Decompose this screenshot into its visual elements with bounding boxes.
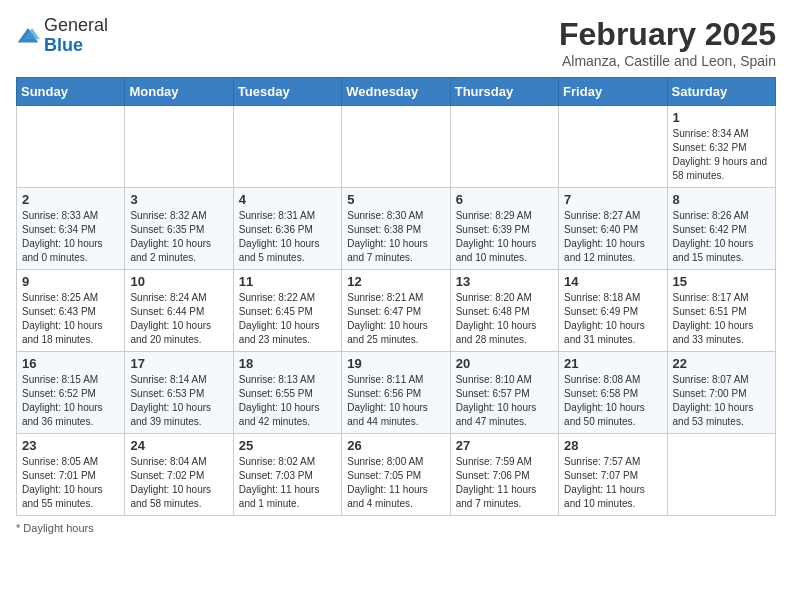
calendar-cell — [667, 434, 775, 516]
day-header-thursday: Thursday — [450, 78, 558, 106]
calendar-week-2: 2Sunrise: 8:33 AM Sunset: 6:34 PM Daylig… — [17, 188, 776, 270]
day-info: Sunrise: 8:07 AM Sunset: 7:00 PM Dayligh… — [673, 373, 770, 429]
day-info: Sunrise: 7:59 AM Sunset: 7:06 PM Dayligh… — [456, 455, 553, 511]
day-info: Sunrise: 8:21 AM Sunset: 6:47 PM Dayligh… — [347, 291, 444, 347]
day-info: Sunrise: 8:31 AM Sunset: 6:36 PM Dayligh… — [239, 209, 336, 265]
calendar-cell — [233, 106, 341, 188]
day-info: Sunrise: 8:08 AM Sunset: 6:58 PM Dayligh… — [564, 373, 661, 429]
calendar-cell: 19Sunrise: 8:11 AM Sunset: 6:56 PM Dayli… — [342, 352, 450, 434]
calendar-cell: 25Sunrise: 8:02 AM Sunset: 7:03 PM Dayli… — [233, 434, 341, 516]
logo: General Blue — [16, 16, 108, 56]
day-header-monday: Monday — [125, 78, 233, 106]
day-number: 14 — [564, 274, 661, 289]
header: General Blue February 2025 Almanza, Cast… — [16, 16, 776, 69]
day-number: 24 — [130, 438, 227, 453]
calendar-cell: 1Sunrise: 8:34 AM Sunset: 6:32 PM Daylig… — [667, 106, 775, 188]
calendar-cell: 27Sunrise: 7:59 AM Sunset: 7:06 PM Dayli… — [450, 434, 558, 516]
calendar-cell: 12Sunrise: 8:21 AM Sunset: 6:47 PM Dayli… — [342, 270, 450, 352]
calendar-cell — [342, 106, 450, 188]
day-number: 6 — [456, 192, 553, 207]
calendar-cell: 23Sunrise: 8:05 AM Sunset: 7:01 PM Dayli… — [17, 434, 125, 516]
calendar-cell: 24Sunrise: 8:04 AM Sunset: 7:02 PM Dayli… — [125, 434, 233, 516]
logo-text: General Blue — [44, 16, 108, 56]
calendar-cell: 22Sunrise: 8:07 AM Sunset: 7:00 PM Dayli… — [667, 352, 775, 434]
day-number: 4 — [239, 192, 336, 207]
day-number: 23 — [22, 438, 119, 453]
day-number: 5 — [347, 192, 444, 207]
logo-blue-text: Blue — [44, 35, 83, 55]
day-number: 16 — [22, 356, 119, 371]
calendar-cell: 7Sunrise: 8:27 AM Sunset: 6:40 PM Daylig… — [559, 188, 667, 270]
day-number: 18 — [239, 356, 336, 371]
day-number: 26 — [347, 438, 444, 453]
calendar-cell: 17Sunrise: 8:14 AM Sunset: 6:53 PM Dayli… — [125, 352, 233, 434]
calendar-cell: 28Sunrise: 7:57 AM Sunset: 7:07 PM Dayli… — [559, 434, 667, 516]
day-info: Sunrise: 8:29 AM Sunset: 6:39 PM Dayligh… — [456, 209, 553, 265]
day-header-tuesday: Tuesday — [233, 78, 341, 106]
day-info: Sunrise: 8:27 AM Sunset: 6:40 PM Dayligh… — [564, 209, 661, 265]
day-number: 12 — [347, 274, 444, 289]
day-info: Sunrise: 8:25 AM Sunset: 6:43 PM Dayligh… — [22, 291, 119, 347]
day-info: Sunrise: 8:04 AM Sunset: 7:02 PM Dayligh… — [130, 455, 227, 511]
day-info: Sunrise: 8:05 AM Sunset: 7:01 PM Dayligh… — [22, 455, 119, 511]
day-info: Sunrise: 8:26 AM Sunset: 6:42 PM Dayligh… — [673, 209, 770, 265]
day-number: 25 — [239, 438, 336, 453]
calendar-cell: 10Sunrise: 8:24 AM Sunset: 6:44 PM Dayli… — [125, 270, 233, 352]
calendar-cell: 6Sunrise: 8:29 AM Sunset: 6:39 PM Daylig… — [450, 188, 558, 270]
day-number: 28 — [564, 438, 661, 453]
calendar-week-3: 9Sunrise: 8:25 AM Sunset: 6:43 PM Daylig… — [17, 270, 776, 352]
calendar-cell: 26Sunrise: 8:00 AM Sunset: 7:05 PM Dayli… — [342, 434, 450, 516]
calendar-cell: 5Sunrise: 8:30 AM Sunset: 6:38 PM Daylig… — [342, 188, 450, 270]
day-info: Sunrise: 8:13 AM Sunset: 6:55 PM Dayligh… — [239, 373, 336, 429]
calendar-cell: 20Sunrise: 8:10 AM Sunset: 6:57 PM Dayli… — [450, 352, 558, 434]
day-number: 20 — [456, 356, 553, 371]
day-info: Sunrise: 8:18 AM Sunset: 6:49 PM Dayligh… — [564, 291, 661, 347]
calendar-week-5: 23Sunrise: 8:05 AM Sunset: 7:01 PM Dayli… — [17, 434, 776, 516]
day-info: Sunrise: 8:02 AM Sunset: 7:03 PM Dayligh… — [239, 455, 336, 511]
day-number: 19 — [347, 356, 444, 371]
logo-icon — [16, 26, 40, 46]
day-number: 7 — [564, 192, 661, 207]
calendar-cell: 11Sunrise: 8:22 AM Sunset: 6:45 PM Dayli… — [233, 270, 341, 352]
calendar-cell — [17, 106, 125, 188]
day-info: Sunrise: 8:15 AM Sunset: 6:52 PM Dayligh… — [22, 373, 119, 429]
calendar-cell: 16Sunrise: 8:15 AM Sunset: 6:52 PM Dayli… — [17, 352, 125, 434]
title-block: February 2025 Almanza, Castille and Leon… — [559, 16, 776, 69]
location-subtitle: Almanza, Castille and Leon, Spain — [559, 53, 776, 69]
day-info: Sunrise: 8:17 AM Sunset: 6:51 PM Dayligh… — [673, 291, 770, 347]
calendar-week-1: 1Sunrise: 8:34 AM Sunset: 6:32 PM Daylig… — [17, 106, 776, 188]
footer-note-text: Daylight hours — [23, 522, 93, 534]
calendar-cell: 13Sunrise: 8:20 AM Sunset: 6:48 PM Dayli… — [450, 270, 558, 352]
calendar-cell: 3Sunrise: 8:32 AM Sunset: 6:35 PM Daylig… — [125, 188, 233, 270]
day-info: Sunrise: 8:10 AM Sunset: 6:57 PM Dayligh… — [456, 373, 553, 429]
calendar-cell: 2Sunrise: 8:33 AM Sunset: 6:34 PM Daylig… — [17, 188, 125, 270]
day-info: Sunrise: 8:30 AM Sunset: 6:38 PM Dayligh… — [347, 209, 444, 265]
day-info: Sunrise: 8:24 AM Sunset: 6:44 PM Dayligh… — [130, 291, 227, 347]
day-number: 1 — [673, 110, 770, 125]
calendar-cell — [450, 106, 558, 188]
footer-note: * Daylight hours — [16, 522, 776, 534]
day-number: 13 — [456, 274, 553, 289]
day-info: Sunrise: 8:20 AM Sunset: 6:48 PM Dayligh… — [456, 291, 553, 347]
day-number: 21 — [564, 356, 661, 371]
day-info: Sunrise: 8:33 AM Sunset: 6:34 PM Dayligh… — [22, 209, 119, 265]
day-header-saturday: Saturday — [667, 78, 775, 106]
day-info: Sunrise: 8:32 AM Sunset: 6:35 PM Dayligh… — [130, 209, 227, 265]
day-number: 11 — [239, 274, 336, 289]
day-info: Sunrise: 7:57 AM Sunset: 7:07 PM Dayligh… — [564, 455, 661, 511]
day-info: Sunrise: 8:14 AM Sunset: 6:53 PM Dayligh… — [130, 373, 227, 429]
day-number: 8 — [673, 192, 770, 207]
day-header-wednesday: Wednesday — [342, 78, 450, 106]
day-info: Sunrise: 8:00 AM Sunset: 7:05 PM Dayligh… — [347, 455, 444, 511]
calendar-cell: 8Sunrise: 8:26 AM Sunset: 6:42 PM Daylig… — [667, 188, 775, 270]
day-header-sunday: Sunday — [17, 78, 125, 106]
month-title: February 2025 — [559, 16, 776, 53]
day-number: 15 — [673, 274, 770, 289]
day-number: 2 — [22, 192, 119, 207]
day-number: 9 — [22, 274, 119, 289]
calendar-cell — [559, 106, 667, 188]
day-info: Sunrise: 8:34 AM Sunset: 6:32 PM Dayligh… — [673, 127, 770, 183]
day-info: Sunrise: 8:22 AM Sunset: 6:45 PM Dayligh… — [239, 291, 336, 347]
calendar-week-4: 16Sunrise: 8:15 AM Sunset: 6:52 PM Dayli… — [17, 352, 776, 434]
day-number: 17 — [130, 356, 227, 371]
